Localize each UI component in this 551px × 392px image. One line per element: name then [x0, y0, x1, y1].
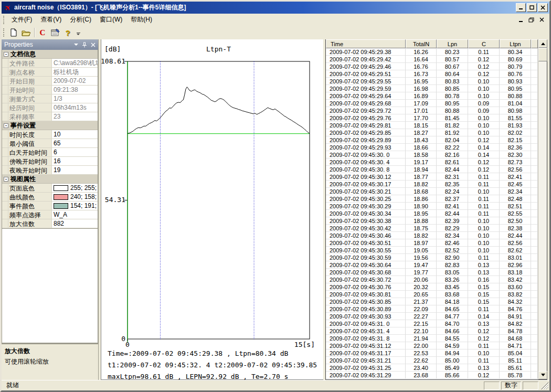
close-button[interactable]	[538, 3, 548, 12]
table-row[interactable]: 2009-07-02 09:45:29.7617.7081.450.1081.5…	[326, 114, 538, 122]
y-tick-label-1: 54.31	[105, 196, 125, 204]
menu-item-help[interactable]: 帮助(H)	[126, 14, 156, 26]
column-header-ltpn[interactable]: Ltpn	[500, 39, 531, 48]
table-row[interactable]: 2009-07-02 09:45:29.5516.9580.830.1080.9…	[326, 78, 538, 85]
table-row[interactable]: 2009-07-02 09:45:29.4616.7680.670.1280.7…	[326, 63, 538, 70]
table-row[interactable]: 2009-07-02 09:45:30.3418.9582.440.1182.5…	[326, 210, 538, 217]
menu-item-view[interactable]: 查看(V)	[36, 14, 66, 26]
table-row[interactable]: 2009-07-02 09:45:31. 022.1584.700.1384.8…	[326, 320, 538, 327]
table-row[interactable]: 2009-07-02 09:45:30.7220.0683.260.1683.4…	[326, 276, 538, 283]
table-row[interactable]: 2009-07-02 09:45:29.5916.9880.850.1080.9…	[326, 85, 538, 92]
menubar-grip[interactable]	[3, 16, 6, 24]
menu-item-analyze[interactable]: 分析(C)	[66, 14, 96, 26]
table-scrollbar[interactable]	[538, 39, 547, 379]
panel-close-icon[interactable]	[91, 43, 96, 47]
open-file-button[interactable]	[20, 27, 33, 39]
table-row[interactable]: 2009-07-02 09:45:29.6817.0980.950.0981.0…	[326, 100, 538, 107]
menu-item-file[interactable]: 文件(F)	[7, 14, 36, 26]
chart-panel[interactable]: [dB]Ltpn-T108.6154.310015[s]Time=:2009-0…	[101, 39, 323, 380]
table-row[interactable]: 2009-07-02 09:45:31.2122.6285.000.1185.1…	[326, 357, 538, 364]
help-button[interactable]: ?	[61, 27, 74, 39]
table-row[interactable]: 2009-07-02 09:45:31. 821.9484.550.1284.6…	[326, 335, 538, 342]
table-cell-ltpn: 82.15	[500, 136, 531, 144]
table-row[interactable]: 2009-07-02 09:45:29.9318.6682.220.1482.3…	[326, 144, 538, 151]
table-row[interactable]: 2009-07-02 09:45:30.7620.3283.450.1583.6…	[326, 283, 538, 291]
collapse-icon[interactable]: -	[4, 52, 8, 57]
table-row[interactable]: 2009-07-02 09:45:29.5116.7380.640.1280.7…	[326, 70, 538, 78]
table-row[interactable]: 2009-07-02 09:45:30.5919.5682.900.1183.0…	[326, 254, 538, 261]
property-value[interactable]: 6	[52, 148, 98, 156]
table-row[interactable]: 2009-07-02 09:45:30.1718.8282.350.1182.4…	[326, 181, 538, 188]
table-row[interactable]: 2009-07-02 09:45:29.6416.8980.780.1080.8…	[326, 92, 538, 100]
property-value[interactable]: W_A	[52, 210, 98, 219]
property-value[interactable]: 10	[52, 130, 98, 139]
resize-grip[interactable]	[541, 382, 548, 389]
property-section-header[interactable]: -文档信息	[2, 50, 98, 59]
collapse-icon[interactable]: -	[4, 123, 8, 128]
property-value[interactable]: 16	[52, 157, 98, 165]
property-value[interactable]: 19	[52, 166, 98, 174]
column-header-c[interactable]: C	[468, 39, 500, 48]
scroll-up-button[interactable]	[538, 39, 547, 48]
pin-icon[interactable]	[82, 42, 87, 48]
table-cell-c: 0.09	[468, 107, 500, 114]
property-value[interactable]: 255; 255; 25	[52, 184, 98, 192]
toolbar-overflow-button[interactable]	[75, 27, 81, 38]
property-section-header[interactable]: -事件设置	[2, 121, 98, 130]
table-row[interactable]: 2009-07-02 09:45:30.1218.7782.310.1182.4…	[326, 173, 538, 181]
table-row[interactable]: 2009-07-02 09:45:29.3816.2680.230.1180.3…	[326, 48, 538, 56]
table-row[interactable]: 2009-07-02 09:45:30. 419.1782.610.1282.7…	[326, 158, 538, 166]
noise-chart[interactable]: [dB]Ltpn-T108.6154.310015[s]Time=:2009-0…	[101, 39, 324, 383]
main-area: Properties -文档信息文件路径C:\awa6298\机场测点名称栎社机…	[2, 39, 549, 380]
mdi-minimize-button[interactable]	[517, 16, 524, 24]
scrollbar-thumb[interactable]	[538, 48, 547, 61]
table-row[interactable]: 2009-07-02 09:45:30.8120.6583.680.1583.8…	[326, 291, 538, 298]
panel-menu-arrow-icon[interactable]	[74, 44, 78, 48]
mdi-restore-button[interactable]	[527, 16, 535, 24]
table-row[interactable]: 2009-07-02 09:45:29.8118.1581.820.1081.9…	[326, 122, 538, 129]
new-document-button[interactable]	[7, 27, 20, 39]
table-row[interactable]: 2009-07-02 09:45:30. 818.9482.440.1282.5…	[326, 166, 538, 173]
property-value[interactable]: 154; 191; 18	[52, 202, 98, 210]
maximize-button[interactable]	[527, 3, 537, 12]
property-value[interactable]: 882	[52, 219, 98, 228]
mdi-close-button[interactable]	[538, 16, 545, 24]
table-row[interactable]: 2009-07-02 09:45:31.2923.6885.660.1285.7…	[326, 372, 538, 379]
collapse-icon[interactable]: -	[4, 177, 8, 182]
toolbar-grip[interactable]	[3, 28, 6, 37]
table-row[interactable]: 2009-07-02 09:45:30.6419.4782.830.1382.9…	[326, 261, 538, 269]
properties-button[interactable]	[49, 27, 61, 39]
table-row[interactable]: 2009-07-02 09:45:31. 422.1084.660.1284.7…	[326, 327, 538, 335]
table-row[interactable]: 2009-07-02 09:45:30.2518.8682.370.1182.4…	[326, 195, 538, 203]
scroll-down-button[interactable]	[538, 371, 547, 379]
table-row[interactable]: 2009-07-02 09:45:30.4218.7582.290.1082.3…	[326, 225, 538, 232]
analyze-button[interactable]: C	[36, 27, 49, 39]
table-row[interactable]: 2009-07-02 09:45:31.1722.5384.940.1085.0…	[326, 349, 538, 357]
column-header-time[interactable]: Time	[326, 39, 406, 48]
table-row[interactable]: 2009-07-02 09:45:30.5519.0582.520.1082.6…	[326, 247, 538, 254]
minimize-button[interactable]	[516, 3, 526, 12]
table-row[interactable]: 2009-07-02 09:45:29.4216.6480.570.1280.6…	[326, 56, 538, 63]
table-row[interactable]: 2009-07-02 09:45:30.6819.7783.050.1383.1…	[326, 269, 538, 276]
table-row[interactable]: 2009-07-02 09:45:30.8521.3784.180.1584.3…	[326, 298, 538, 305]
property-value[interactable]: 240; 158; 15	[52, 193, 98, 201]
table-row[interactable]: 2009-07-02 09:45:29.8518.2781.920.1082.0…	[326, 129, 538, 136]
table-row[interactable]: 2009-07-02 09:45:30.2918.9082.410.1182.5…	[326, 203, 538, 210]
table-row[interactable]: 2009-07-02 09:45:29.8918.4382.040.1282.1…	[326, 136, 538, 144]
property-section-header[interactable]: -视图属性	[2, 175, 98, 184]
table-row[interactable]: 2009-07-02 09:45:31.2523.4085.490.1385.6…	[326, 364, 538, 372]
column-header-lpn[interactable]: Lpn	[437, 39, 468, 48]
property-value[interactable]: 65	[52, 139, 98, 147]
table-row[interactable]: 2009-07-02 09:45:30.9322.2784.770.1484.9…	[326, 313, 538, 320]
scrollbar-track[interactable]	[538, 61, 547, 371]
column-header-totaln[interactable]: TotalN	[406, 39, 437, 48]
table-row[interactable]: 2009-07-02 09:45:30.5118.9782.460.1082.5…	[326, 239, 538, 247]
table-row[interactable]: 2009-07-02 09:45:29.7217.0180.880.0980.9…	[326, 107, 538, 114]
table-row[interactable]: 2009-07-02 09:45:31.1222.0084.590.1184.7…	[326, 342, 538, 349]
table-row[interactable]: 2009-07-02 09:45:30.3818.8882.390.1082.5…	[326, 217, 538, 225]
menu-item-window[interactable]: 窗口(W)	[96, 14, 126, 26]
table-row[interactable]: 2009-07-02 09:45:30.2118.6882.240.1082.3…	[326, 188, 538, 195]
table-row[interactable]: 2009-07-02 09:45:30. 018.5882.160.1482.3…	[326, 151, 538, 158]
table-row[interactable]: 2009-07-02 09:45:30.4618.8282.340.1082.4…	[326, 232, 538, 239]
table-row[interactable]: 2009-07-02 09:45:30.8922.0984.650.1184.7…	[326, 305, 538, 313]
